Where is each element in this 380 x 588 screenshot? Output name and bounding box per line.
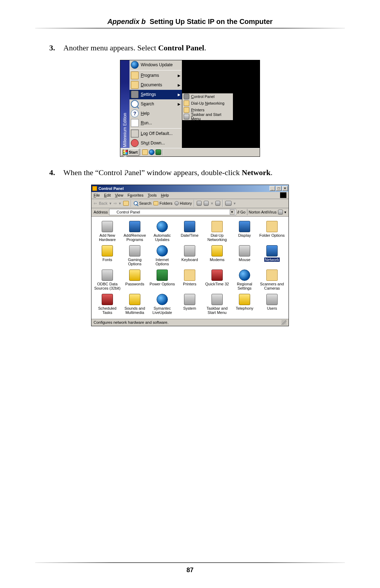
menu-item-label: Settings	[141, 92, 156, 97]
cp-item-internet-options[interactable]: Internet Options	[148, 245, 176, 269]
cp-item-icon	[102, 245, 113, 256]
cp-item-system[interactable]: System	[176, 293, 203, 317]
menu-item-label: Log Off Default...	[141, 131, 173, 136]
cp-item-add-new-hardware[interactable]: Add New Hardware	[94, 220, 121, 245]
dropdown-icon[interactable]: ▼	[230, 210, 235, 215]
cp-item-automatic-updates[interactable]: Automatic Updates	[148, 220, 176, 245]
toolbar-icon[interactable]	[215, 201, 220, 206]
quicklaunch-icon[interactable]	[142, 149, 148, 155]
cp-item-fonts[interactable]: Fonts	[94, 245, 121, 269]
menu-tools[interactable]: Tools	[148, 193, 157, 197]
history-button[interactable]: History	[175, 201, 192, 205]
instruction-step: 4. When the “Control Panel” window appea…	[49, 167, 345, 178]
minimize-button[interactable]: _	[270, 186, 275, 191]
start-menu-item[interactable]: Run...	[129, 118, 182, 128]
cp-item-date-time[interactable]: Date/Time	[176, 220, 203, 245]
menu-file[interactable]: File	[94, 193, 100, 197]
up-button[interactable]	[123, 201, 129, 206]
menu-view[interactable]: View	[115, 193, 124, 197]
start-menu-item[interactable]: Programs▶	[129, 71, 182, 80]
cp-item-folder-options[interactable]: Folder Options	[258, 220, 286, 245]
cp-item-icon	[211, 245, 223, 256]
folder-icon	[184, 107, 189, 113]
views-button[interactable]	[225, 201, 232, 206]
cp-item-gaming-options[interactable]: Gaming Options	[121, 245, 148, 269]
cp-item-users[interactable]: Users	[258, 293, 286, 317]
cp-item-icon	[239, 221, 250, 232]
cp-item-icon	[266, 270, 278, 281]
cp-item-icon	[129, 245, 140, 256]
search-button[interactable]: Search	[134, 201, 151, 205]
back-button[interactable]: Back	[99, 201, 107, 205]
resize-grip[interactable]	[281, 320, 286, 325]
cp-item-label: Add New Hardware	[94, 233, 121, 242]
toolbar-icon[interactable]	[204, 201, 209, 206]
cp-item-power-options[interactable]: Power Options	[148, 269, 176, 293]
quicklaunch-icon[interactable]	[156, 149, 161, 155]
cp-item-telephony[interactable]: Telephony	[231, 293, 258, 317]
norton-label: Norton AntiVirus	[249, 210, 277, 214]
menu-help[interactable]: Help	[161, 193, 169, 197]
footer-rule	[35, 562, 345, 563]
close-button[interactable]: ×	[282, 186, 288, 191]
cp-item-printers[interactable]: Printers	[176, 269, 203, 293]
folder-icon	[131, 81, 139, 89]
cp-item-passwords[interactable]: Passwords	[121, 269, 148, 293]
gear-icon	[131, 91, 139, 98]
cp-item-quicktime-32[interactable]: QuickTime 32	[203, 269, 231, 293]
control-panel-icon	[92, 186, 97, 191]
cp-item-symantec-liveupdate[interactable]: Symantec LiveUpdate	[148, 293, 176, 317]
cp-item-modems[interactable]: Modems	[203, 245, 231, 269]
address-label: Address	[94, 210, 108, 214]
appendix-label: Appendix b	[107, 18, 146, 25]
start-menu-item[interactable]: Log Off Default...	[129, 129, 182, 138]
start-menu-item[interactable]: Search▶	[129, 99, 182, 109]
submenu-arrow-icon: ▶	[178, 83, 180, 87]
cp-item-network[interactable]: Network	[258, 245, 286, 269]
menu-favorites[interactable]: Favorites	[127, 193, 143, 197]
cp-item-label: Taskbar and Start Menu	[204, 306, 230, 315]
start-menu-item[interactable]: Settings▶	[129, 90, 182, 99]
cp-item-display[interactable]: Display	[231, 220, 258, 245]
norton-icon[interactable]	[278, 210, 283, 215]
quicklaunch-icon[interactable]	[149, 149, 154, 155]
submenu-arrow-icon: ▶	[178, 74, 180, 78]
cp-item-odbc-data-sources-32bit[interactable]: ODBC Data Sources (32bit)	[94, 269, 121, 293]
maximize-button[interactable]: □	[276, 186, 281, 191]
cp-item-regional-settings[interactable]: Regional Settings	[231, 269, 258, 293]
folders-button[interactable]: Folders	[153, 201, 172, 205]
submenu-item[interactable]: Control Panel	[182, 93, 233, 100]
toolbar: ⇦Back ▾⇨▾ Search Folders History × ▾	[91, 199, 289, 208]
start-menu-item[interactable]: ?Help	[129, 109, 182, 118]
cp-item-label: Add/Remove Programs	[121, 233, 148, 242]
submenu-item[interactable]: Dial-Up Networking	[182, 100, 233, 107]
cp-item-label: System	[176, 306, 203, 310]
cp-item-keyboard[interactable]: Keyboard	[176, 245, 203, 269]
cp-item-taskbar-and-start-menu[interactable]: Taskbar and Start Menu	[203, 293, 231, 317]
start-menu-item[interactable]: Documents▶	[129, 80, 182, 90]
cp-item-mouse[interactable]: Mouse	[231, 245, 258, 269]
toolbar-icon[interactable]	[197, 201, 202, 206]
cp-item-add-remove-programs[interactable]: Add/Remove Programs	[121, 220, 148, 245]
submenu-item[interactable]: Taskbar and Start Menu	[182, 113, 233, 120]
start-menu-item[interactable]: Shut Down...	[129, 138, 182, 148]
start-menu-item[interactable]: Windows Update	[129, 60, 182, 70]
cp-item-scanners-and-cameras[interactable]: Scanners and Cameras	[258, 269, 286, 293]
cp-item-icon	[239, 270, 250, 281]
address-combo[interactable]: Control Panel ▼	[109, 209, 236, 215]
globe-icon	[131, 61, 139, 69]
cp-item-label: Folder Options	[259, 233, 285, 237]
power-icon	[131, 139, 139, 147]
menu-edit[interactable]: Edit	[104, 193, 111, 197]
cp-item-icon	[157, 294, 168, 305]
cp-item-dial-up-networking[interactable]: Dial-Up Networking	[203, 220, 231, 245]
menu-item-label: Help	[141, 111, 150, 116]
cp-item-scheduled-tasks[interactable]: Scheduled Tasks	[94, 293, 121, 317]
throbber-icon	[280, 192, 286, 198]
cp-item-sounds-and-multimedia[interactable]: Sounds and Multimedia	[121, 293, 148, 317]
icon-area: Add New HardwareAdd/Remove ProgramsAutom…	[91, 217, 289, 319]
taskbar: Start	[120, 148, 260, 156]
go-button[interactable]: ∂ Go	[238, 210, 246, 214]
cp-item-icon	[157, 245, 168, 256]
menu-item-label: Documents	[141, 82, 162, 87]
